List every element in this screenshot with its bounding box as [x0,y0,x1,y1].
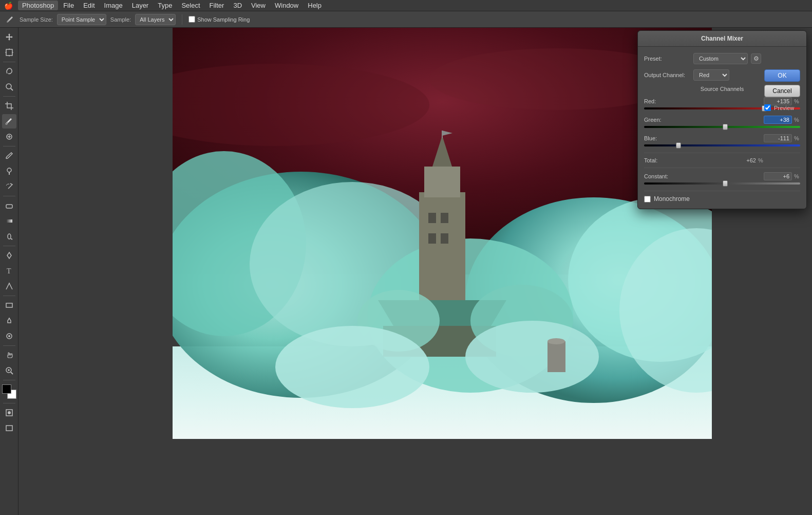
green-channel-label: Green: [644,117,670,123]
rectangle-tool[interactable] [2,298,16,312]
lasso-tool[interactable] [2,64,16,79]
menu-type[interactable]: Type [154,1,176,10]
preview-label: Preview [774,105,794,111]
menu-select[interactable]: Select [177,1,204,10]
quick-select-tool[interactable] [2,80,16,94]
quick-mask-btn[interactable] [2,406,16,420]
hand-tool[interactable] [2,348,16,362]
svg-point-51 [275,326,429,408]
blue-channel-row: Blue: % [644,134,800,146]
constant-percent: % [794,173,800,179]
path-select-tool[interactable] [2,279,16,293]
artboard-tool[interactable] [2,45,16,60]
crop-tool[interactable] [2,99,16,113]
preset-select[interactable]: Custom [693,53,748,64]
blue-value-input[interactable] [764,134,792,142]
green-channel-row: Green: % [644,116,800,128]
monochrome-label: Monochrome [654,195,690,203]
svg-point-27 [8,411,11,414]
tool-sep-7 [3,345,15,346]
green-slider-thumb[interactable] [723,124,728,130]
preview-row: Preview [764,104,800,111]
constant-value-input[interactable] [764,172,792,180]
eyedropper-tool[interactable] [2,114,16,128]
menu-view[interactable]: View [247,1,270,10]
preview-checkbox[interactable] [764,104,771,111]
svg-rect-42 [428,233,436,244]
show-sampling-ring-label[interactable]: Show Sampling Ring [188,16,250,23]
history-brush-tool[interactable] [2,179,16,194]
menu-bar: 🍎 Photoshop File Edit Image Layer Type S… [0,0,812,11]
menu-file[interactable]: File [59,1,78,10]
dialog-divider-2 [644,168,800,168]
blue-percent: % [794,135,800,141]
output-channel-label: Output Channel: [644,72,690,78]
blue-slider-thumb[interactable] [676,142,681,149]
total-label: Total: [644,157,690,163]
show-sampling-ring-checkbox[interactable] [188,16,195,23]
tool-sep-3 [3,146,15,146]
constant-slider-track [644,182,800,185]
menu-filter[interactable]: Filter [205,1,229,10]
eyedropper2-tool[interactable] [2,329,16,343]
screen-mode-btn[interactable] [2,421,16,435]
svg-rect-13 [9,172,10,175]
menu-edit[interactable]: Edit [79,1,99,10]
dodge-tool[interactable] [2,229,16,244]
zoom-tool[interactable] [2,363,16,378]
svg-line-7 [11,88,13,90]
total-value: +62 [746,157,756,163]
menu-3d[interactable]: 3D [229,1,246,10]
brush-tool[interactable] [2,149,16,163]
menu-layer[interactable]: Layer [128,1,153,10]
tool-sep-8 [3,380,15,380]
constant-row: Constant: % [644,172,800,185]
move-tool[interactable] [2,30,16,44]
eyedropper-icon [4,14,15,25]
menu-image[interactable]: Image [100,1,127,10]
svg-point-16 [8,234,11,239]
svg-line-23 [11,372,13,374]
type-tool[interactable]: T [2,264,16,278]
tool-sep-1 [3,62,15,62]
cancel-button[interactable]: Cancel [764,85,800,97]
svg-point-56 [547,338,565,344]
pen-tool[interactable] [2,248,16,263]
clone-stamp-tool[interactable] [2,164,16,178]
preset-row: Preset: Custom ⚙ [644,53,800,64]
total-row: Total: +62 % [644,157,800,163]
green-percent: % [794,117,800,123]
ok-button[interactable]: OK [764,69,800,82]
healing-tool[interactable] [2,130,16,144]
svg-point-52 [465,321,599,393]
constant-label: Constant: [644,173,670,179]
svg-rect-40 [428,213,436,223]
output-channel-select[interactable]: Red [693,69,729,81]
svg-rect-19 [6,303,12,307]
foreground-color[interactable] [2,384,11,394]
svg-rect-41 [441,213,448,223]
blue-slider-track [644,144,800,146]
tool-sep-4 [3,196,15,196]
menu-window[interactable]: Window [271,1,303,10]
sample-size-select[interactable]: Point Sample [57,14,106,25]
total-percent: % [758,157,764,163]
eraser-tool[interactable] [2,198,16,213]
constant-slider-thumb[interactable] [723,180,728,187]
channel-mixer-dialog: Channel Mixer Preset: Custom ⚙ O [637,30,807,209]
svg-rect-55 [547,341,565,372]
svg-rect-44 [424,167,460,197]
tool-sep-2 [3,96,15,97]
menu-help[interactable]: Help [304,1,326,10]
toolbar-separator [182,14,182,25]
paint-bucket-tool[interactable] [2,314,16,328]
green-value-input[interactable] [764,116,792,124]
gear-button[interactable]: ⚙ [751,53,761,64]
apple-menu[interactable]: 🍎 [4,2,13,10]
menu-photoshop[interactable]: Photoshop [18,1,58,10]
dialog-divider-1 [644,153,800,153]
monochrome-checkbox[interactable] [644,196,651,203]
sample-select[interactable]: All Layers [135,14,176,25]
color-picker[interactable] [2,384,16,399]
gradient-tool[interactable] [2,214,16,228]
